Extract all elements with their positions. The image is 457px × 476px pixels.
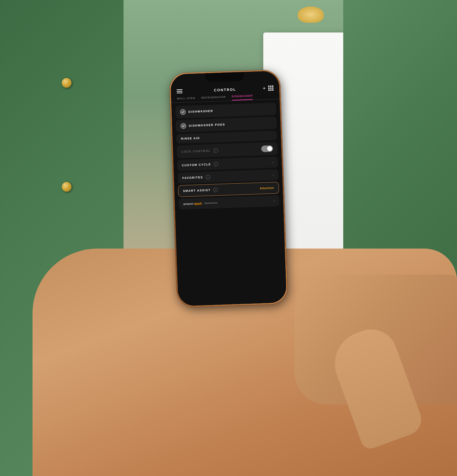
toggle-knob bbox=[267, 146, 273, 151]
item-left: CUSTOM CYCLE i bbox=[182, 162, 218, 168]
phone-notch bbox=[205, 72, 244, 82]
item-label: DISHWASHER bbox=[189, 109, 213, 114]
cabinet-knob-top bbox=[62, 78, 72, 88]
replenishment-label: Replenishment bbox=[204, 202, 217, 204]
attention-area: Attention bbox=[260, 186, 274, 190]
rinse-aid-item[interactable]: RINSE AID bbox=[176, 131, 277, 144]
item-label: RINSE AID bbox=[181, 136, 200, 140]
phone-frame: CONTROL + WALL OVEN › REFRIGERATOR bbox=[169, 70, 288, 307]
dash-text: dash bbox=[194, 201, 202, 205]
phone-screen-container: CONTROL + WALL OVEN › REFRIGERATOR bbox=[170, 71, 287, 306]
info-icon: i bbox=[205, 175, 210, 179]
chevron-right-icon: › bbox=[273, 199, 275, 203]
add-icon[interactable]: + bbox=[263, 85, 266, 91]
tab-refrigerator[interactable]: REFRIGERATOR bbox=[201, 96, 226, 101]
custom-cycle-item[interactable]: CUSTOM CYCLE i › bbox=[177, 157, 278, 171]
item-left: RINSE AID bbox=[181, 136, 200, 140]
menu-button[interactable] bbox=[176, 89, 182, 94]
info-icon: i bbox=[213, 148, 218, 153]
grid-view-icon[interactable] bbox=[268, 85, 274, 91]
amazon-dash-item[interactable]: amazon dash Replenishment › bbox=[178, 195, 280, 210]
smart-assist-item[interactable]: SMART ASSIST i Attention bbox=[178, 182, 279, 197]
item-left: amazon dash Replenishment bbox=[183, 201, 217, 206]
favorites-item[interactable]: FAVORITES i › bbox=[177, 169, 279, 184]
cabinet-knob-bottom bbox=[62, 182, 72, 192]
header-icons: + bbox=[263, 85, 274, 91]
item-left: DISHWASHER PODS bbox=[180, 122, 225, 129]
amazon-logo: amazon dash bbox=[183, 201, 202, 206]
page-title: CONTROL bbox=[214, 87, 236, 92]
chevron-right-icon: › bbox=[272, 173, 274, 177]
list-item[interactable]: DISHWASHER bbox=[175, 103, 276, 119]
item-label: FAVORITES bbox=[182, 176, 203, 180]
list-item[interactable]: DISHWASHER PODS bbox=[176, 117, 277, 133]
tab-dishwasher[interactable]: DISHWASHER bbox=[232, 94, 253, 100]
item-left: FAVORITES i bbox=[182, 175, 210, 180]
decorative-bowl bbox=[298, 6, 324, 23]
check-icon bbox=[180, 123, 187, 129]
bg-left-cabinet bbox=[0, 0, 140, 476]
item-left: SMART ASSIST i bbox=[183, 187, 218, 193]
item-label: CUSTOM CYCLE bbox=[182, 163, 211, 167]
tab-wall-oven[interactable]: WALL OVEN bbox=[177, 96, 195, 102]
lock-toggle[interactable] bbox=[261, 145, 273, 152]
attention-badge: Attention bbox=[260, 186, 274, 190]
chevron-right-icon: › bbox=[272, 160, 273, 164]
check-icon bbox=[180, 109, 186, 115]
lock-control-item[interactable]: LOCK CONTROL i bbox=[176, 142, 278, 159]
item-label: DISHWASHER PODS bbox=[189, 123, 225, 127]
item-label: SMART ASSIST bbox=[183, 188, 211, 193]
item-label: LOCK CONTROL bbox=[181, 149, 211, 153]
amazon-text: amazon bbox=[183, 202, 193, 206]
info-icon: i bbox=[213, 187, 218, 192]
item-left: DISHWASHER bbox=[180, 108, 213, 115]
control-menu: DISHWASHER DISHWASHER PODS bbox=[171, 99, 287, 306]
screen: CONTROL + WALL OVEN › REFRIGERATOR bbox=[170, 71, 287, 306]
info-icon: i bbox=[214, 162, 218, 166]
phone: CONTROL + WALL OVEN › REFRIGERATOR bbox=[169, 70, 288, 307]
bg-right-cabinet bbox=[343, 0, 457, 333]
item-left: LOCK CONTROL i bbox=[181, 148, 218, 154]
